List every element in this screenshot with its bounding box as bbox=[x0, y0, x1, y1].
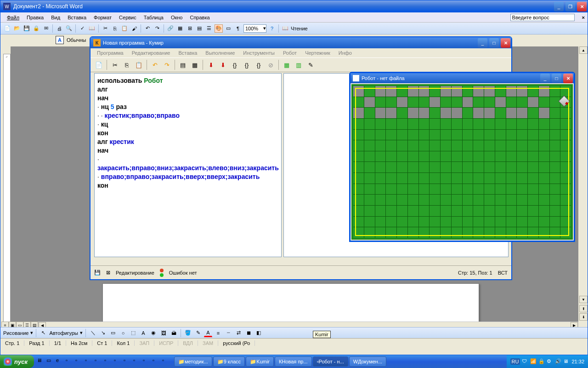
zoom-combo[interactable]: 100%▾ bbox=[243, 24, 266, 33]
copy-icon[interactable]: ⎘ bbox=[111, 24, 119, 33]
select-icon[interactable]: ↖ bbox=[39, 329, 47, 337]
show-marks-icon[interactable]: ¶ bbox=[234, 24, 242, 33]
save-icon[interactable]: 💾 bbox=[23, 24, 31, 33]
kloop-icon[interactable]: ▦ bbox=[189, 59, 200, 70]
kumir-close-button[interactable]: ✕ bbox=[501, 38, 510, 48]
tray-icon-2[interactable]: 📶 bbox=[530, 358, 537, 365]
kmenu-robot[interactable]: Робот bbox=[279, 49, 300, 57]
menu-file[interactable]: Файл bbox=[4, 13, 22, 22]
help-question-input[interactable] bbox=[510, 14, 575, 21]
cut-icon[interactable]: ✂ bbox=[101, 24, 109, 33]
excel-icon[interactable]: ▤ bbox=[195, 24, 204, 33]
tray-icon-4[interactable]: ⚙ bbox=[547, 358, 553, 365]
new-doc-icon[interactable]: 📄 bbox=[3, 24, 11, 33]
tray-icon-5[interactable]: 🔊 bbox=[555, 358, 561, 365]
kbrace2-icon[interactable]: {} bbox=[241, 59, 252, 70]
task-btn-2[interactable]: 📁 Kumir bbox=[246, 356, 274, 367]
ql-app7-icon[interactable]: ▫ bbox=[124, 357, 132, 366]
kstop-icon[interactable]: ⊘ bbox=[265, 59, 276, 70]
drawing-label[interactable]: Рисование bbox=[3, 330, 28, 336]
kopen-icon[interactable]: 📄 bbox=[93, 59, 104, 70]
tables-borders-icon[interactable]: ▦ bbox=[176, 24, 184, 33]
doc-close-icon[interactable]: × bbox=[579, 13, 588, 22]
arrow-style-icon[interactable]: ⇄ bbox=[234, 329, 243, 337]
vertical-scrollbar[interactable]: ▲ ▼ ⬆ ⬇ bbox=[579, 46, 588, 322]
autoshapes-label[interactable]: Автофигуры bbox=[49, 330, 78, 336]
3d-icon[interactable]: ◧ bbox=[254, 329, 263, 337]
oval-icon[interactable]: ○ bbox=[119, 329, 127, 337]
undo-icon[interactable]: ↶ bbox=[143, 24, 152, 33]
ql-app5-icon[interactable]: ▫ bbox=[104, 357, 113, 366]
clipart-icon[interactable]: 🖼 bbox=[159, 329, 168, 337]
kstep-icon[interactable]: ⬇ bbox=[217, 59, 228, 70]
shadow-icon[interactable]: ◼ bbox=[244, 329, 253, 337]
textbox-icon[interactable]: ⬚ bbox=[129, 329, 137, 337]
tray-icon-6[interactable]: 🖥 bbox=[563, 358, 570, 365]
task-btn-0[interactable]: 📁 методик... bbox=[174, 356, 212, 367]
tray-icon-1[interactable]: 🛡 bbox=[522, 358, 528, 365]
robot-close-button[interactable]: ✕ bbox=[563, 74, 573, 83]
kundo-icon[interactable]: ↶ bbox=[149, 59, 160, 70]
maximize-button[interactable]: ❐ bbox=[565, 2, 575, 12]
diagram-icon[interactable]: ◉ bbox=[149, 329, 158, 337]
doc-map-icon[interactable]: ▭ bbox=[224, 24, 232, 33]
ql-app10-icon[interactable]: ▫ bbox=[153, 357, 161, 366]
print-icon[interactable]: 🖨 bbox=[55, 24, 63, 33]
rectangle-icon[interactable]: ▭ bbox=[109, 329, 117, 337]
kcopy-icon[interactable]: ⎘ bbox=[121, 59, 132, 70]
close-button[interactable]: ✕ bbox=[577, 2, 587, 12]
ksave-icon[interactable]: 💾 bbox=[94, 270, 101, 276]
menu-format[interactable]: Формат bbox=[91, 13, 114, 22]
ql-ie-icon[interactable]: e bbox=[56, 357, 64, 366]
font-color-icon[interactable]: A bbox=[204, 329, 212, 337]
ql-app6-icon[interactable]: ▫ bbox=[114, 357, 122, 366]
redo-icon[interactable]: ↷ bbox=[153, 24, 161, 33]
help-icon[interactable]: ? bbox=[268, 24, 276, 33]
task-btn-1[interactable]: 📁 9 класс bbox=[213, 356, 245, 367]
format-painter-icon[interactable]: 🖌 bbox=[130, 24, 138, 33]
ql-app3-icon[interactable]: ▫ bbox=[85, 357, 93, 366]
kgrid1-icon[interactable]: ▦ bbox=[281, 59, 292, 70]
kmenu-drawer[interactable]: Чертежник bbox=[301, 49, 334, 57]
style-normal[interactable]: Обычны bbox=[67, 37, 86, 43]
ql-app4-icon[interactable]: ▫ bbox=[95, 357, 103, 366]
kbrace1-icon[interactable]: {} bbox=[229, 59, 240, 70]
kredo-icon[interactable]: ↷ bbox=[161, 59, 172, 70]
mail-icon[interactable]: ✉ bbox=[42, 24, 50, 33]
minimize-button[interactable]: _ bbox=[554, 2, 564, 12]
code-editor[interactable]: использовать Робот алг нач · нц 5 раз · … bbox=[94, 73, 282, 257]
scroll-down-icon[interactable]: ▼ bbox=[579, 296, 588, 303]
insert-table-icon[interactable]: ⊞ bbox=[186, 24, 194, 33]
kalg-icon[interactable]: ▤ bbox=[177, 59, 188, 70]
a4-icon[interactable]: A bbox=[56, 36, 64, 44]
ql-app9-icon[interactable]: ▫ bbox=[143, 357, 151, 366]
kumir-maximize-button[interactable]: □ bbox=[489, 38, 499, 48]
open-icon[interactable]: 📂 bbox=[13, 24, 21, 33]
menu-tools[interactable]: Сервис bbox=[116, 13, 139, 22]
paste-icon[interactable]: 📋 bbox=[120, 24, 129, 33]
task-btn-5[interactable]: W Докумен... bbox=[349, 356, 386, 367]
ql-app11-icon[interactable]: ▫ bbox=[162, 357, 170, 366]
menu-help[interactable]: Справка bbox=[187, 13, 212, 22]
menu-insert[interactable]: Вставка bbox=[65, 13, 89, 22]
picture-icon[interactable]: 🏔 bbox=[170, 329, 178, 337]
scroll-up-icon[interactable]: ▲ bbox=[579, 46, 588, 54]
kmenu-edit[interactable]: Редактирование bbox=[128, 49, 174, 57]
kmenu-run[interactable]: Выполнение bbox=[202, 49, 238, 57]
line-color-icon[interactable]: ✎ bbox=[194, 329, 202, 337]
line-style-icon[interactable]: ≡ bbox=[214, 329, 222, 337]
reading-label[interactable]: Чтение bbox=[291, 26, 308, 31]
ql-app1-icon[interactable]: ▫ bbox=[66, 357, 74, 366]
dash-style-icon[interactable]: ┈ bbox=[224, 329, 232, 337]
robot-field[interactable] bbox=[351, 84, 573, 240]
menu-window[interactable]: Окно bbox=[168, 13, 186, 22]
ql-app2-icon[interactable]: ▫ bbox=[75, 357, 84, 366]
spell-icon[interactable]: ✓ bbox=[78, 24, 86, 33]
menu-view[interactable]: Вид bbox=[48, 13, 63, 22]
drawing-toggle-icon[interactable]: 🎨 bbox=[215, 24, 223, 33]
kcut-icon[interactable]: ✂ bbox=[109, 59, 120, 70]
arrow-icon[interactable]: ↘ bbox=[99, 329, 107, 337]
kgrid2-icon[interactable]: ▥ bbox=[293, 59, 304, 70]
ql-totalcmd-icon[interactable]: ▭ bbox=[46, 357, 55, 366]
next-page-icon[interactable]: ⬇ bbox=[579, 313, 588, 321]
